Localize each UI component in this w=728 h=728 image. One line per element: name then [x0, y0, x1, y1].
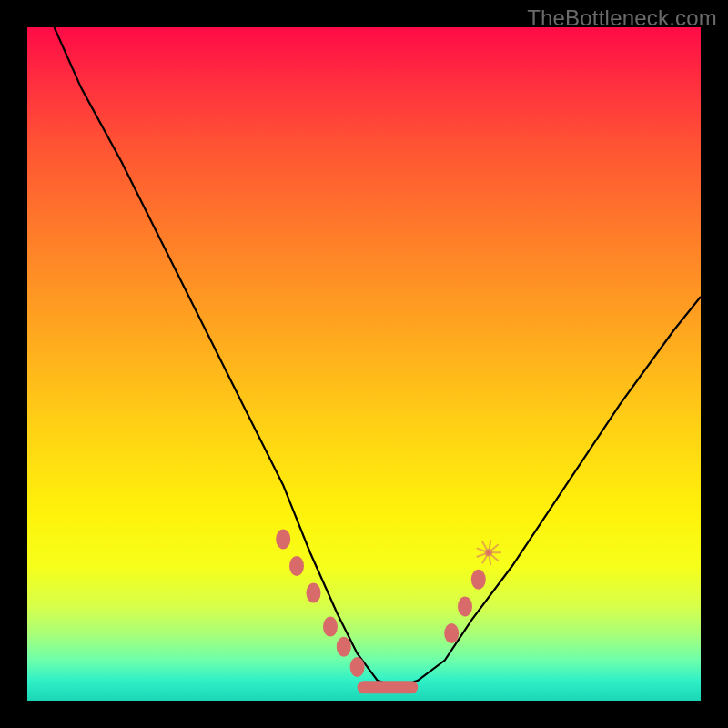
chart-svg	[27, 27, 701, 701]
bottleneck-curve	[55, 27, 701, 687]
marker-bottom-pill	[358, 681, 419, 693]
data-marker	[289, 556, 304, 576]
plot-area	[27, 27, 701, 701]
data-marker	[458, 596, 472, 616]
data-marker	[276, 529, 290, 549]
svg-point-0	[485, 549, 492, 556]
marker-cluster-right	[444, 570, 486, 643]
marker-cluster-left	[276, 529, 364, 677]
data-marker	[307, 583, 321, 603]
data-marker	[444, 623, 459, 643]
data-marker	[350, 657, 365, 677]
data-marker	[337, 637, 351, 657]
data-marker	[323, 617, 338, 637]
watermark-text: TheBottleneck.com	[527, 5, 717, 31]
data-marker	[471, 570, 486, 590]
marker-flare	[477, 540, 501, 565]
